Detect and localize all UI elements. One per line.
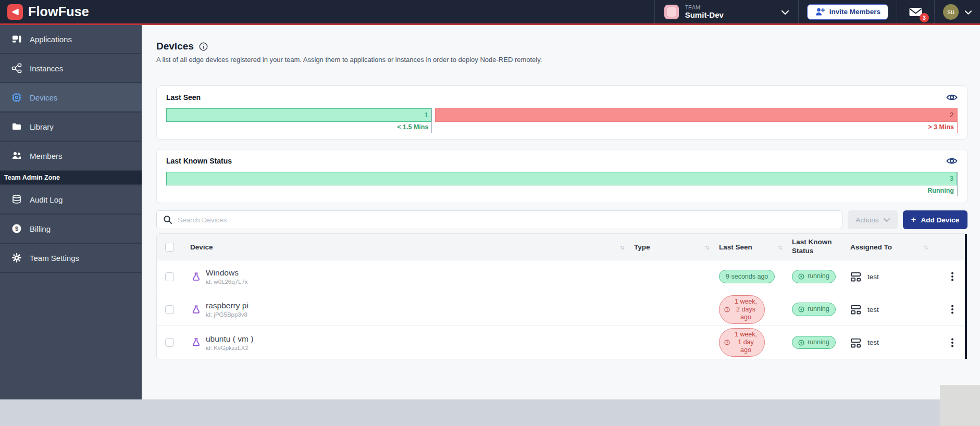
- assigned-to-label[interactable]: test: [867, 306, 879, 314]
- invite-members-button[interactable]: Invite Members: [807, 4, 888, 20]
- assigned-to-label[interactable]: test: [867, 273, 879, 281]
- flask-icon: [191, 272, 201, 282]
- sidebar-item-label: Billing: [30, 224, 51, 233]
- segment-label: > 3 Mins: [435, 123, 957, 133]
- sidebar-item-label: Devices: [30, 93, 57, 102]
- table-row[interactable]: ubuntu ( vm ) id: KvGpkzzLX2 1 week, 1 d…: [157, 326, 967, 359]
- application-icon: [850, 271, 861, 282]
- table-row[interactable]: raspberry pi id: jPG5Bpp3v8 1 week, 2 da…: [157, 293, 967, 326]
- table-row[interactable]: Windows id: w0L26q7L7x 9 seconds ago run: [157, 260, 967, 293]
- device-name[interactable]: raspberry pi: [206, 301, 249, 310]
- team-selector[interactable]: TEAM: Sumit-Dev: [655, 0, 798, 23]
- sort-icon[interactable]: ↑↓: [619, 244, 624, 251]
- brand-name: FlowFuse: [28, 4, 89, 19]
- segment-value: 1: [424, 111, 428, 119]
- device-id: id: KvGpkzzLX2: [206, 345, 253, 351]
- last-seen-card: Last Seen 1 < 1.5 Mins 2 > 3 Mins: [156, 85, 967, 140]
- device-name[interactable]: Windows: [206, 268, 248, 278]
- page-subtitle: A list of all edge devices registered in…: [156, 56, 967, 64]
- row-checkbox[interactable]: [165, 305, 174, 314]
- main-content: Devices A list of all edge devices regis…: [142, 25, 980, 399]
- sidebar-item-billing[interactable]: $ Billing: [0, 215, 142, 244]
- flask-icon: [191, 337, 201, 347]
- segment-label: < 1.5 Mins: [166, 123, 431, 133]
- search-input[interactable]: [178, 216, 836, 224]
- target-icon: [798, 340, 804, 346]
- clock-icon: [724, 340, 730, 345]
- last-seen-badge: 1 week, 1 day ago: [719, 328, 765, 357]
- status-label: running: [808, 272, 829, 281]
- team-admin-zone-header: Team Admin Zone: [0, 171, 142, 185]
- clock-icon: [724, 307, 730, 312]
- status-label: running: [808, 339, 829, 347]
- library-icon: [11, 121, 22, 132]
- sidebar-item-label: Team Settings: [30, 254, 79, 262]
- select-all-checkbox[interactable]: [165, 243, 174, 252]
- last-seen-badge: 9 seconds ago: [719, 270, 775, 283]
- svg-text:$: $: [15, 225, 18, 232]
- assigned-to-label[interactable]: test: [867, 339, 879, 346]
- team-name: Sumit-Dev: [685, 10, 775, 19]
- sidebar-item-instances[interactable]: Instances: [0, 54, 142, 83]
- info-icon[interactable]: [199, 42, 208, 51]
- search-icon: [163, 215, 172, 224]
- sort-icon[interactable]: ↑↓: [777, 244, 781, 251]
- target-icon: [798, 306, 804, 312]
- eye-icon[interactable]: [946, 157, 958, 165]
- segment-label: Running: [166, 187, 957, 196]
- target-icon: [798, 273, 804, 280]
- user-menu[interactable]: su: [935, 0, 980, 23]
- sidebar-item-audit-log[interactable]: Audit Log: [0, 185, 142, 215]
- row-checkbox[interactable]: [165, 272, 174, 281]
- devices-icon: [11, 92, 22, 103]
- sort-icon[interactable]: ↑↓: [704, 244, 709, 251]
- chevron-down-icon: [884, 218, 890, 222]
- actions-button[interactable]: Actions: [848, 210, 897, 229]
- actions-button-label: Actions: [855, 216, 878, 224]
- row-checkbox[interactable]: [165, 338, 174, 347]
- device-id: id: w0L26q7L7x: [206, 279, 248, 285]
- segment-value: 3: [950, 175, 953, 182]
- scroll-corner-artifact: [940, 385, 980, 426]
- applications-icon: [11, 34, 22, 44]
- sidebar-item-devices[interactable]: Devices: [0, 83, 142, 112]
- device-name[interactable]: ubuntu ( vm ): [206, 334, 253, 344]
- top-navbar: FlowFuse TEAM: Sumit-Dev: [0, 0, 980, 25]
- last-seen-text: 1 week, 1 day ago: [732, 331, 760, 354]
- sidebar-item-label: Applications: [30, 35, 72, 44]
- avatar: su: [943, 4, 959, 20]
- sidebar-item-label: Audit Log: [30, 195, 63, 204]
- last-seen-segment-stale: 2 > 3 Mins: [435, 108, 958, 133]
- table-scrollbar[interactable]: [965, 234, 967, 359]
- sidebar-item-library[interactable]: Library: [0, 112, 142, 142]
- kebab-menu-icon[interactable]: [949, 270, 956, 283]
- column-header-assigned-to: Assigned To: [850, 243, 892, 251]
- members-icon: [11, 151, 22, 161]
- brand-logo[interactable]: FlowFuse: [7, 4, 89, 20]
- column-header-device: Device: [190, 243, 213, 251]
- sidebar-item-team-settings[interactable]: Team Settings: [0, 244, 142, 273]
- invite-members-label: Invite Members: [829, 8, 880, 16]
- footer-band: [0, 399, 980, 426]
- kebab-menu-icon[interactable]: [949, 303, 956, 316]
- notifications-button[interactable]: 3: [897, 0, 934, 23]
- last-known-status-card: Last Known Status 3 Running: [156, 149, 967, 203]
- device-id: id: jPG5Bpp3v8: [206, 311, 249, 318]
- instances-icon: [11, 63, 22, 73]
- team-label: TEAM:: [685, 4, 775, 10]
- sidebar-item-label: Library: [30, 122, 54, 131]
- status-segment-running: 3 Running: [166, 172, 958, 196]
- add-device-button[interactable]: + Add Device: [903, 210, 967, 229]
- last-seen-text: 1 week, 2 days ago: [732, 298, 760, 321]
- sidebar-item-applications[interactable]: Applications: [0, 25, 142, 54]
- segment-value: 2: [950, 111, 953, 119]
- sidebar-item-members[interactable]: Members: [0, 142, 142, 171]
- eye-icon[interactable]: [946, 93, 958, 102]
- last-known-status-card-title: Last Known Status: [166, 157, 232, 165]
- status-badge: running: [792, 336, 836, 349]
- billing-icon: $: [11, 223, 22, 234]
- sort-icon[interactable]: ↑↓: [923, 244, 927, 251]
- application-icon: [850, 304, 861, 315]
- column-header-last-seen: Last Seen: [719, 243, 752, 251]
- kebab-menu-icon[interactable]: [949, 336, 956, 349]
